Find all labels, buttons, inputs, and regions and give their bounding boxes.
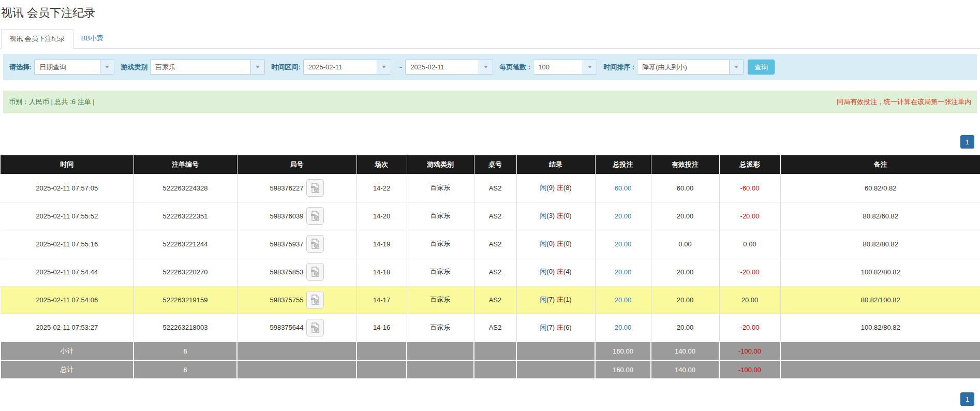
cell-valid-bet: 60.00	[651, 174, 719, 202]
total-bet-link[interactable]: 20.00	[615, 240, 632, 248]
date-to-value: 2025-02-11	[406, 63, 479, 71]
cell-session: 14-16	[357, 314, 407, 342]
currency-summary-text: 币别：人民币 | 总共 :6 注单 |	[9, 97, 95, 107]
total-row: 总计 6 160.00 140.00 -100.00	[1, 360, 980, 379]
cell-valid-bet: 20.00	[651, 258, 719, 286]
cell-time: 2025-02-11 07:53:27	[1, 314, 133, 342]
cell-valid-bet: 0.00	[651, 230, 719, 258]
table-footer: 小计 6 160.00 140.00 -100.00 总计 6 160.00 1…	[1, 342, 980, 379]
pagination-top: 1	[0, 135, 974, 149]
cell-time: 2025-02-11 07:54:06	[1, 286, 133, 314]
cell-round-number: 598376039	[237, 202, 357, 230]
cell-payout: -20.00	[719, 314, 780, 342]
cell-valid-bet: 20.00	[651, 286, 719, 314]
table-header-row: 时间注单编号局号场次游戏类别桌号结果总投注有效投注总派彩备注	[1, 155, 980, 174]
cell-table-number: AS2	[474, 230, 516, 258]
total-label: 总计	[1, 360, 133, 379]
column-header-0: 时间	[1, 155, 133, 174]
cell-payout: -20.00	[719, 202, 780, 230]
cell-bet-number: 522263222351	[133, 202, 237, 230]
page-1-button[interactable]: 1	[960, 135, 974, 149]
cell-game-type: 百家乐	[407, 174, 474, 202]
cell-round-number: 598376227	[237, 174, 357, 202]
cell-payout: -60.00	[719, 174, 780, 202]
tab-bb-tips[interactable]: BB小费	[73, 29, 111, 48]
cell-game-type: 百家乐	[407, 314, 474, 342]
cell-note: 80.82/100.82	[780, 286, 980, 314]
cell-round-number: 598375853	[237, 258, 357, 286]
total-count: 6	[133, 360, 237, 379]
time-sort-value: 降幂(由大到小)	[637, 63, 729, 72]
search-button[interactable]: 查询	[748, 60, 775, 75]
chevron-down-icon	[583, 60, 597, 74]
table-row: 2025-02-11 07:54:06 522263219159 5983757…	[1, 286, 980, 314]
tab-bar: 视讯 会员下注纪录 BB小费	[0, 29, 980, 49]
total-bet-link[interactable]: 20.00	[615, 324, 632, 331]
cell-bet-number: 522263219159	[133, 286, 237, 314]
cell-session: 14-19	[357, 230, 407, 258]
table-header: 时间注单编号局号场次游戏类别桌号结果总投注有效投注总派彩备注	[1, 155, 980, 174]
column-header-7: 总投注	[595, 155, 651, 174]
video-replay-icon[interactable]	[306, 291, 324, 309]
page-size-label: 每页笔数 :	[499, 63, 530, 72]
total-total-bet: 160.00	[595, 360, 651, 379]
total-bet-link[interactable]: 20.00	[615, 268, 632, 276]
cell-note: 60.82/0.82	[780, 174, 980, 202]
cell-round-number: 598375644	[237, 314, 357, 342]
total-bet-link[interactable]: 60.00	[615, 184, 632, 192]
cell-note: 100.82/80.82	[780, 258, 980, 286]
video-replay-icon[interactable]	[306, 319, 324, 336]
cell-total-bet: 60.00	[595, 174, 651, 202]
pagination-bottom: 1	[0, 392, 974, 406]
time-sort-label: 时间排序 :	[603, 63, 634, 72]
subtotal-label: 小计	[1, 342, 133, 360]
cell-bet-number: 522263224328	[133, 174, 237, 202]
date-from-select[interactable]: 2025-02-11	[303, 60, 391, 75]
time-sort-select[interactable]: 降幂(由大到小)	[637, 60, 744, 75]
notice-text: 同局有效投注，统一计算在该局第一张注单内	[837, 97, 971, 107]
page-root: 视讯 会员下注纪录 视讯 会员下注纪录 BB小费 请选择: 日期查询 游戏类别 …	[0, 0, 980, 406]
chevron-down-icon	[729, 60, 743, 74]
subtotal-count: 6	[133, 342, 237, 360]
video-replay-icon[interactable]	[306, 235, 324, 253]
cell-result: 闲(3) 庄(0)	[516, 202, 595, 230]
game-type-select[interactable]: 百家乐	[150, 60, 265, 75]
page-size-select[interactable]: 100	[533, 60, 597, 75]
video-replay-icon[interactable]	[306, 263, 324, 281]
column-header-8: 有效投注	[651, 155, 719, 174]
video-replay-icon[interactable]	[306, 207, 324, 225]
cell-game-type: 百家乐	[407, 202, 474, 230]
game-type-label: 游戏类别	[121, 63, 147, 72]
date-to-select[interactable]: 2025-02-11	[405, 60, 493, 75]
column-header-3: 场次	[357, 155, 407, 174]
cell-table-number: AS2	[474, 258, 516, 286]
total-bet-link[interactable]: 20.00	[615, 212, 632, 220]
subtotal-total-bet: 160.00	[595, 342, 651, 360]
column-header-4: 游戏类别	[407, 155, 474, 174]
subtotal-valid-bet: 140.00	[651, 342, 719, 360]
page-1-button[interactable]: 1	[960, 392, 974, 406]
cell-round-number: 598375937	[237, 230, 357, 258]
table-row: 2025-02-11 07:53:27 522263218003 5983756…	[1, 314, 980, 342]
cell-time: 2025-02-11 07:54:44	[1, 258, 133, 286]
tab-betting-records[interactable]: 视讯 会员下注纪录	[1, 29, 73, 49]
table-row: 2025-02-11 07:57:05 522263224328 5983762…	[1, 174, 980, 202]
subtotal-payout: -100.00	[719, 342, 780, 360]
query-type-select[interactable]: 日期查询	[34, 60, 114, 75]
date-range-tilde: ~	[398, 63, 403, 71]
cell-session: 14-22	[357, 174, 407, 202]
cell-bet-number: 522263220270	[133, 258, 237, 286]
chevron-down-icon	[377, 60, 391, 74]
column-header-6: 结果	[516, 155, 595, 174]
table-row: 2025-02-11 07:55:16 522263221244 5983759…	[1, 230, 980, 258]
cell-table-number: AS2	[474, 286, 516, 314]
cell-note: 80.82/60.82	[780, 202, 980, 230]
cell-session: 14-17	[357, 286, 407, 314]
game-type-value: 百家乐	[151, 63, 250, 72]
cell-valid-bet: 20.00	[651, 202, 719, 230]
column-header-5: 桌号	[474, 155, 516, 174]
cell-time: 2025-02-11 07:55:16	[1, 230, 133, 258]
filter-bar: 请选择: 日期查询 游戏类别 百家乐 时间区间: 2025-02-11 ~ 20…	[3, 54, 977, 80]
video-replay-icon[interactable]	[306, 179, 324, 197]
total-bet-link[interactable]: 20.00	[615, 296, 632, 304]
